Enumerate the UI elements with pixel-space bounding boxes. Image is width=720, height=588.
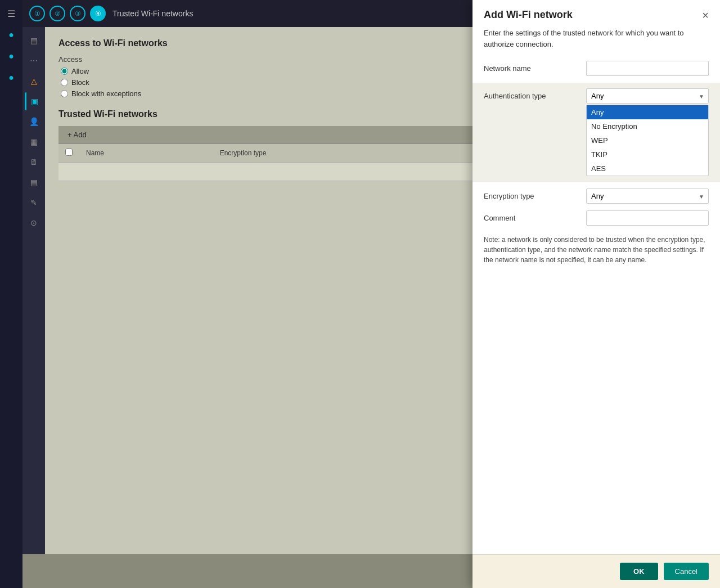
- dialog-header: Add Wi-Fi network ×: [472, 0, 720, 28]
- main-sidebar: ☰ ● ● ●: [0, 0, 22, 588]
- auth-type-row: Authentication type Any No Encryption WE…: [472, 83, 720, 182]
- th-name: Name: [79, 144, 213, 163]
- sec-icon-table[interactable]: ▦: [25, 133, 43, 151]
- network-name-input[interactable]: [586, 61, 709, 76]
- select-all-checkbox[interactable]: [65, 149, 73, 156]
- auth-type-select-wrapper: Any No Encryption WEP TKIP AES ▼: [586, 88, 709, 104]
- radio-block-exceptions-label: Block with exceptions: [71, 89, 141, 98]
- cancel-button[interactable]: Cancel: [664, 563, 709, 580]
- dialog-description: Enter the settings of the trusted networ…: [484, 28, 709, 50]
- encryption-type-row: Encryption type Any ▼: [484, 188, 709, 204]
- dialog-body: Enter the settings of the trusted networ…: [472, 28, 720, 554]
- th-checkbox: [58, 144, 79, 163]
- radio-block-label: Block: [71, 78, 89, 87]
- encryption-type-control: Any ▼: [586, 188, 709, 204]
- dialog-footer: OK Cancel: [472, 554, 720, 588]
- dropdown-item-any[interactable]: Any: [587, 105, 708, 119]
- dropdown-item-aes[interactable]: AES: [587, 161, 708, 176]
- encryption-type-label: Encryption type: [484, 188, 579, 200]
- ok-button[interactable]: OK: [620, 563, 658, 580]
- auth-type-label: Authentication type: [484, 88, 579, 100]
- sec-icon-wrench[interactable]: ✎: [25, 194, 43, 212]
- network-name-control: [586, 61, 709, 76]
- comment-row: Comment: [484, 210, 709, 226]
- hamburger-menu[interactable]: ☰: [2, 5, 20, 23]
- encryption-select-wrapper: Any ▼: [586, 188, 709, 204]
- radio-allow-label: Allow: [71, 67, 89, 75]
- network-name-row: Network name: [484, 61, 709, 76]
- sidebar-icon-3[interactable]: ●: [2, 69, 20, 87]
- sec-icon-list[interactable]: ▤: [25, 32, 43, 50]
- topbar-icon-2[interactable]: ②: [50, 6, 65, 21]
- dropdown-item-tkip[interactable]: TKIP: [587, 147, 708, 161]
- dropdown-item-wep[interactable]: WEP: [587, 133, 708, 147]
- sec-icon-list2[interactable]: ▤: [25, 173, 43, 191]
- sec-icon-grid[interactable]: ▣: [25, 92, 43, 110]
- close-button[interactable]: ×: [702, 10, 709, 21]
- radio-allow-input[interactable]: [61, 68, 68, 75]
- comment-control: [586, 210, 709, 226]
- page-title: Trusted Wi-Fi networks: [112, 9, 193, 18]
- auth-type-select[interactable]: Any No Encryption WEP TKIP AES: [586, 88, 709, 104]
- dropdown-item-no-encryption[interactable]: No Encryption: [587, 119, 708, 133]
- sec-icon-info[interactable]: ⊙: [25, 214, 43, 232]
- dialog-note: Note: a network is only considered to be…: [484, 232, 709, 265]
- encryption-type-select[interactable]: Any: [586, 188, 709, 204]
- comment-input[interactable]: [586, 210, 709, 226]
- sec-icon-user[interactable]: 👤: [25, 113, 43, 131]
- network-name-label: Network name: [484, 61, 579, 73]
- radio-block-exceptions-input[interactable]: [61, 90, 68, 97]
- sidebar-icon-2[interactable]: ●: [2, 47, 20, 65]
- dialog-title: Add Wi-Fi network: [484, 9, 573, 21]
- topbar-icon-1[interactable]: ①: [29, 6, 45, 21]
- secondary-sidebar: ▤ ⋯ △ ▣ 👤 ▦ 🖥 ▤ ✎ ⊙: [22, 27, 45, 554]
- dropdown-list: Any No Encryption WEP TKIP AES: [586, 105, 709, 176]
- th-encryption: Encryption type: [213, 144, 468, 163]
- comment-label: Comment: [484, 210, 579, 222]
- sec-icon-warning[interactable]: △: [25, 72, 43, 90]
- sec-icon-monitor[interactable]: 🖥: [25, 153, 43, 171]
- auth-type-control: Any No Encryption WEP TKIP AES ▼ Any No …: [586, 88, 709, 176]
- add-button[interactable]: + Add: [65, 129, 89, 140]
- dialog-panel: Add Wi-Fi network × Enter the settings o…: [472, 0, 720, 588]
- radio-block-input[interactable]: [61, 79, 68, 86]
- sidebar-icon-1[interactable]: ●: [2, 26, 20, 44]
- topbar-icon-4[interactable]: ④: [90, 6, 106, 21]
- topbar-icon-3[interactable]: ③: [70, 6, 86, 21]
- sec-icon-dots[interactable]: ⋯: [25, 52, 43, 70]
